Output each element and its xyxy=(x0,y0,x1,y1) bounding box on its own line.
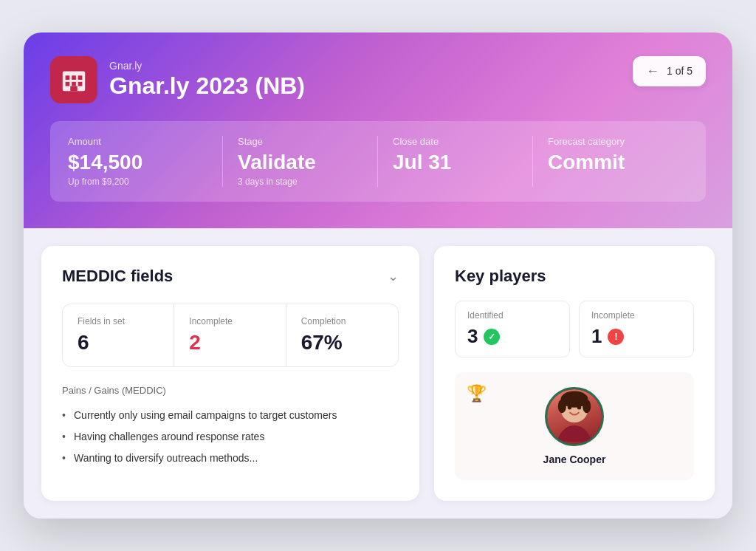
player-avatar xyxy=(545,387,604,446)
kp-identified-label: Identified xyxy=(467,310,557,321)
stat-completion: Completion 67% xyxy=(286,304,398,366)
svg-rect-7 xyxy=(70,86,78,91)
kp-incomplete: Incomplete 1 ! xyxy=(579,301,694,357)
kp-identified: Identified 3 ✓ xyxy=(455,301,570,357)
completion-label: Completion xyxy=(301,316,383,326)
metric-stage-value: Validate xyxy=(238,151,362,174)
svg-rect-6 xyxy=(78,81,83,86)
pain-item: Having challenges around response rates xyxy=(62,426,399,448)
pains-section: Pains / Gains (MEDDIC) Currently only us… xyxy=(62,385,399,469)
stat-incomplete: Incomplete 2 xyxy=(174,304,286,366)
metric-amount-value: $14,500 xyxy=(68,151,207,174)
main-card: Gnar.ly Gnar.ly 2023 (NB) ← 1 of 5 Amoun… xyxy=(24,32,732,519)
key-players-card: Key players Identified 3 ✓ Incomplete 1 … xyxy=(434,246,715,501)
metric-forecast: Forecast category Commit xyxy=(533,136,688,188)
metrics-row: Amount $14,500 Up from $9,200 Stage Vali… xyxy=(50,121,706,202)
pain-item: Wanting to diversify outreach methods... xyxy=(62,448,399,469)
company-logo xyxy=(50,56,97,103)
incomplete-label: Incomplete xyxy=(189,316,270,326)
svg-rect-3 xyxy=(78,75,83,80)
company-name-large: Gnar.ly 2023 (NB) xyxy=(109,73,305,99)
svg-rect-4 xyxy=(66,81,70,86)
company-name-small: Gnar.ly xyxy=(109,60,305,72)
avatar-svg xyxy=(547,389,602,444)
metric-stage-sub: 3 days in stage xyxy=(238,177,362,187)
pains-label: Pains / Gains (MEDDIC) xyxy=(62,385,399,396)
metric-forecast-value: Commit xyxy=(548,151,673,174)
kp-header: Key players xyxy=(455,267,694,286)
svg-rect-1 xyxy=(66,75,70,80)
nav-count: 1 of 5 xyxy=(667,65,693,77)
svg-rect-5 xyxy=(72,81,76,86)
check-icon: ✓ xyxy=(484,329,500,345)
kp-stats: Identified 3 ✓ Incomplete 1 ! xyxy=(455,301,694,357)
kp-incomplete-label: Incomplete xyxy=(591,310,681,321)
svg-rect-2 xyxy=(72,75,76,80)
svg-point-13 xyxy=(577,405,582,410)
fields-in-set-value: 6 xyxy=(78,331,159,355)
stat-fields-in-set: Fields in set 6 xyxy=(63,304,174,366)
meddic-title: MEDDIC fields xyxy=(62,267,173,286)
header-section: Gnar.ly Gnar.ly 2023 (NB) ← 1 of 5 Amoun… xyxy=(24,32,732,229)
metric-amount-sub: Up from $9,200 xyxy=(68,177,207,187)
company-text: Gnar.ly Gnar.ly 2023 (NB) xyxy=(109,60,305,99)
metric-forecast-label: Forecast category xyxy=(548,136,673,147)
metric-stage-label: Stage xyxy=(238,136,362,147)
kp-incomplete-value: 1 ! xyxy=(591,325,681,348)
building-icon xyxy=(60,66,88,94)
metric-amount-label: Amount xyxy=(68,136,207,147)
chevron-down-icon[interactable]: ⌄ xyxy=(388,268,399,284)
player-card: 🏆 xyxy=(455,372,694,480)
meddic-card: MEDDIC fields ⌄ Fields in set 6 Incomple… xyxy=(41,246,419,501)
content-area: MEDDIC fields ⌄ Fields in set 6 Incomple… xyxy=(24,228,732,519)
warning-icon: ! xyxy=(608,329,624,345)
nav-badge[interactable]: ← 1 of 5 xyxy=(633,56,706,86)
player-name: Jane Cooper xyxy=(543,454,606,465)
company-info: Gnar.ly Gnar.ly 2023 (NB) xyxy=(50,56,305,103)
header-top: Gnar.ly Gnar.ly 2023 (NB) ← 1 of 5 xyxy=(50,56,706,103)
metric-close-date-value: Jul 31 xyxy=(393,151,518,174)
metric-stage: Stage Validate 3 days in stage xyxy=(223,136,378,188)
svg-point-12 xyxy=(568,405,572,410)
kp-identified-value: 3 ✓ xyxy=(467,325,557,348)
pains-list: Currently only using email campaigns to … xyxy=(62,405,399,469)
metric-amount: Amount $14,500 Up from $9,200 xyxy=(68,136,223,188)
kp-title: Key players xyxy=(455,267,546,286)
svg-point-11 xyxy=(583,400,591,414)
meddic-stats-row: Fields in set 6 Incomplete 2 Completion … xyxy=(62,304,399,367)
fields-in-set-label: Fields in set xyxy=(78,316,159,326)
back-arrow[interactable]: ← xyxy=(646,64,659,79)
meddic-card-header: MEDDIC fields ⌄ xyxy=(62,267,399,286)
svg-point-10 xyxy=(558,400,566,414)
incomplete-value: 2 xyxy=(189,331,270,355)
metric-close-date: Close date Jul 31 xyxy=(378,136,533,188)
player-avatar-inner xyxy=(547,389,602,444)
pain-item: Currently only using email campaigns to … xyxy=(62,405,399,426)
completion-value: 67% xyxy=(301,331,383,355)
trophy-icon: 🏆 xyxy=(467,384,487,403)
metric-close-date-label: Close date xyxy=(393,136,518,147)
